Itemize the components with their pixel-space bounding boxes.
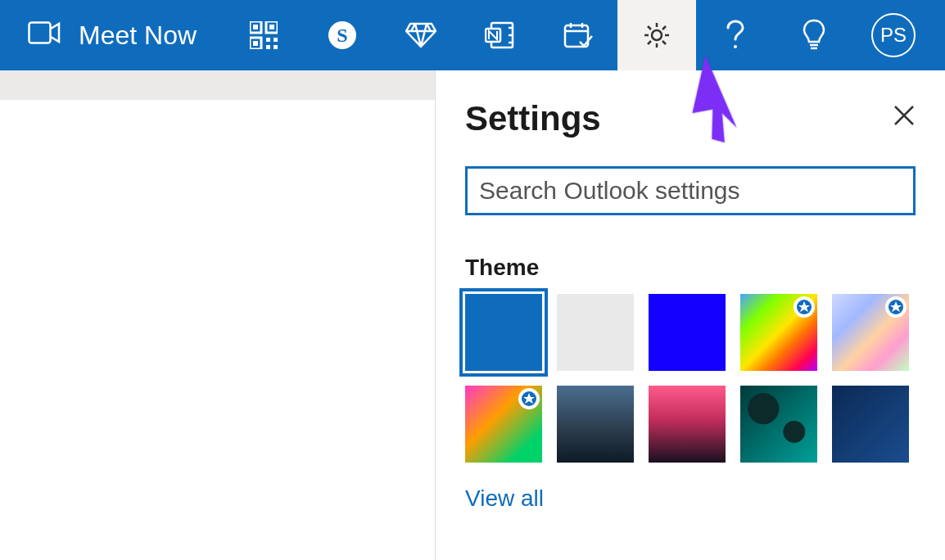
theme-swatch-blueprint[interactable] <box>832 386 909 463</box>
svg-rect-0 <box>29 22 51 43</box>
meet-now-label: Meet Now <box>79 20 197 51</box>
premium-star-icon <box>885 296 907 318</box>
theme-swatch-circuit[interactable] <box>740 386 817 463</box>
video-camera-icon <box>28 20 61 51</box>
profile-avatar[interactable]: PS <box>871 13 916 57</box>
theme-section-title: Theme <box>465 255 916 281</box>
theme-swatch-blue-default[interactable] <box>465 294 542 371</box>
svg-rect-7 <box>266 38 270 42</box>
svg-rect-8 <box>274 38 278 42</box>
meet-now-button[interactable]: Meet Now <box>0 0 224 70</box>
main-content-pane <box>0 70 435 560</box>
settings-panel: Settings Theme <box>435 70 945 560</box>
skype-icon[interactable]: S <box>303 0 382 70</box>
app-body: Settings Theme <box>0 70 945 560</box>
svg-rect-10 <box>274 45 278 49</box>
theme-swatch-mountain-dusk[interactable] <box>557 386 634 463</box>
theme-swatch-rainbow[interactable] <box>740 294 817 371</box>
settings-title: Settings <box>465 99 601 138</box>
premium-star-icon <box>518 388 540 409</box>
svg-rect-2 <box>253 25 258 29</box>
premium-diamond-icon[interactable] <box>382 0 460 70</box>
view-all-themes-link[interactable]: View all <box>465 485 916 512</box>
qr-code-icon[interactable] <box>224 0 303 70</box>
content-stripe <box>0 70 435 100</box>
svg-point-24 <box>734 45 737 48</box>
close-icon[interactable] <box>893 98 916 138</box>
calendar-check-icon[interactable] <box>539 0 617 70</box>
avatar-initials: PS <box>880 24 907 47</box>
settings-panel-header: Settings <box>465 98 916 138</box>
settings-search-input[interactable] <box>465 166 916 215</box>
lightbulb-tips-icon[interactable] <box>775 0 853 70</box>
svg-rect-4 <box>269 25 274 29</box>
svg-rect-6 <box>253 41 258 46</box>
svg-point-23 <box>652 30 662 40</box>
premium-star-icon <box>794 296 815 318</box>
theme-swatch-palm-sunset[interactable] <box>649 386 726 463</box>
help-question-icon[interactable] <box>696 0 775 70</box>
svg-rect-9 <box>266 45 270 49</box>
theme-swatch-unicorn[interactable] <box>465 386 542 463</box>
theme-swatch-light-gray[interactable] <box>557 294 634 371</box>
settings-gear-icon[interactable] <box>617 0 696 70</box>
onenote-icon[interactable] <box>460 0 539 70</box>
header-left-group: Meet Now S <box>0 0 853 70</box>
app-header: Meet Now S <box>0 0 945 70</box>
theme-grid <box>465 294 916 463</box>
theme-swatch-ribbons[interactable] <box>832 294 909 371</box>
theme-swatch-bright-blue[interactable] <box>649 294 726 371</box>
svg-text:S: S <box>337 25 347 46</box>
